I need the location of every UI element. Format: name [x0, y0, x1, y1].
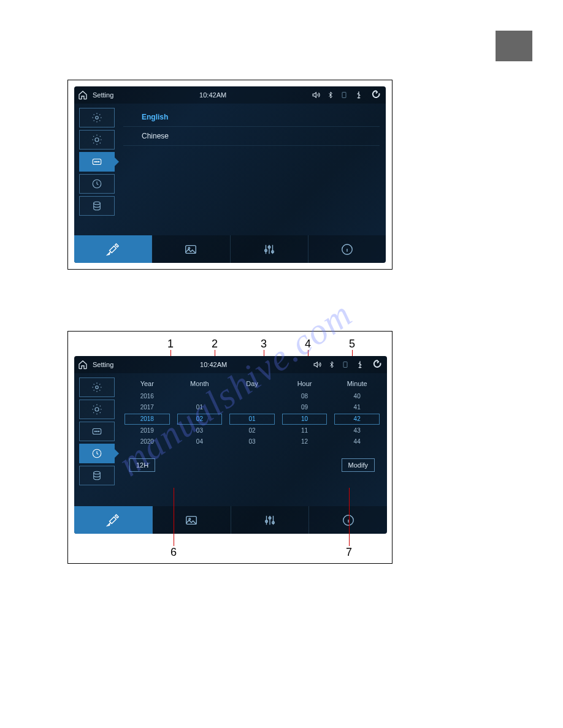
status-bar: Setting 10:42AM [74, 86, 386, 104]
svg-point-8 [94, 202, 101, 205]
bottom-tab-wallpaper[interactable] [152, 235, 230, 263]
figure-2-frame: 1 2 3 4 5 Setting 10:42AM [67, 331, 393, 564]
screen-title: Setting [93, 91, 113, 99]
status-time: 10:42AM [200, 361, 227, 368]
language-list: English Chinese [123, 108, 380, 232]
picker-month[interactable]: Month 01 02 03 04 [176, 380, 224, 447]
usb-icon[interactable] [355, 360, 365, 369]
sidebar [79, 377, 115, 485]
sidebar-item-display[interactable] [79, 400, 115, 419]
bottom-tabs [74, 506, 387, 534]
callout-7: 7 [346, 546, 352, 559]
sidebar-item-general[interactable] [79, 108, 115, 127]
sidebar-item-storage[interactable] [79, 196, 115, 216]
callout-5: 5 [349, 338, 355, 351]
callout-line-7 [349, 488, 350, 546]
svg-point-1 [96, 116, 99, 119]
picker-minute[interactable]: Minute 40 41 42 43 44 [333, 380, 381, 447]
svg-point-23 [94, 471, 101, 474]
svg-point-19 [94, 431, 96, 432]
screenshot-datetime-settings: Setting 10:42AM Year 2016 [74, 356, 387, 534]
sidebar-item-time[interactable] [79, 174, 115, 194]
bottom-tab-info[interactable] [309, 506, 387, 534]
back-icon[interactable] [370, 90, 382, 100]
svg-point-16 [96, 386, 99, 389]
picker-year[interactable]: Year 2016 2017 2018 2019 2020 [123, 380, 171, 447]
status-time: 10:42AM [199, 91, 226, 99]
callout-3: 3 [261, 338, 267, 351]
picker-day[interactable]: Day 01 02 03 [228, 380, 276, 447]
sidebar-item-display[interactable] [79, 130, 115, 150]
bottom-tab-tools[interactable] [74, 506, 153, 534]
sd-card-icon[interactable] [342, 360, 349, 369]
svg-point-20 [96, 431, 98, 432]
bottom-tab-wallpaper[interactable] [153, 506, 231, 534]
picker-minute-label: Minute [333, 380, 381, 387]
volume-icon[interactable] [312, 91, 321, 99]
sidebar-item-language[interactable] [79, 422, 115, 441]
callout-4: 4 [305, 338, 311, 351]
datetime-area: Year 2016 2017 2018 2019 2020 Month 01 0… [123, 377, 381, 503]
bottom-tab-equalizer[interactable] [231, 506, 310, 534]
picker-hour-label: Hour [281, 380, 329, 387]
picker-year-label: Year [123, 380, 171, 387]
home-icon[interactable] [78, 90, 88, 100]
bluetooth-icon[interactable] [328, 360, 335, 369]
sidebar-item-time[interactable] [79, 444, 115, 463]
screenshot-language-settings: Setting 10:42AM English Chinese [74, 86, 386, 263]
back-icon[interactable] [371, 360, 383, 370]
svg-rect-0 [342, 93, 346, 98]
screen-title: Setting [93, 361, 113, 368]
sidebar-item-general[interactable] [79, 377, 115, 397]
picker-hour[interactable]: Hour 08 09 10 11 12 [281, 380, 329, 447]
usb-icon[interactable] [354, 91, 364, 99]
figure-1-frame: Setting 10:42AM English Chinese [67, 80, 393, 270]
svg-point-17 [95, 408, 99, 411]
volume-icon[interactable] [313, 360, 322, 369]
modify-button[interactable]: Modify [342, 458, 375, 472]
callout-1: 1 [167, 338, 174, 351]
bottom-tab-info[interactable] [308, 235, 386, 263]
svg-point-2 [95, 138, 99, 142]
picker-month-label: Month [176, 380, 224, 387]
callout-2: 2 [212, 338, 218, 351]
bottom-tabs [74, 235, 386, 263]
time-format-button[interactable]: 12H [129, 458, 155, 472]
home-icon[interactable] [78, 360, 88, 370]
status-bar: Setting 10:42AM [74, 356, 387, 373]
callout-6: 6 [170, 546, 177, 559]
sidebar-item-storage[interactable] [79, 466, 115, 485]
sd-card-icon[interactable] [340, 91, 348, 99]
svg-point-6 [98, 161, 99, 162]
language-option-english[interactable]: English [123, 108, 380, 127]
svg-point-5 [96, 161, 98, 162]
svg-rect-15 [343, 362, 347, 368]
language-option-chinese[interactable]: Chinese [123, 127, 380, 146]
picker-day-label: Day [228, 380, 276, 387]
bottom-tab-tools[interactable] [74, 235, 152, 263]
svg-point-4 [94, 161, 96, 162]
bottom-tab-equalizer[interactable] [231, 235, 308, 263]
svg-point-21 [98, 431, 99, 432]
bluetooth-icon[interactable] [327, 91, 334, 99]
callout-line-6 [174, 488, 174, 546]
page-corner-tab [496, 31, 532, 61]
sidebar [79, 108, 115, 216]
sidebar-item-language[interactable] [79, 152, 115, 172]
